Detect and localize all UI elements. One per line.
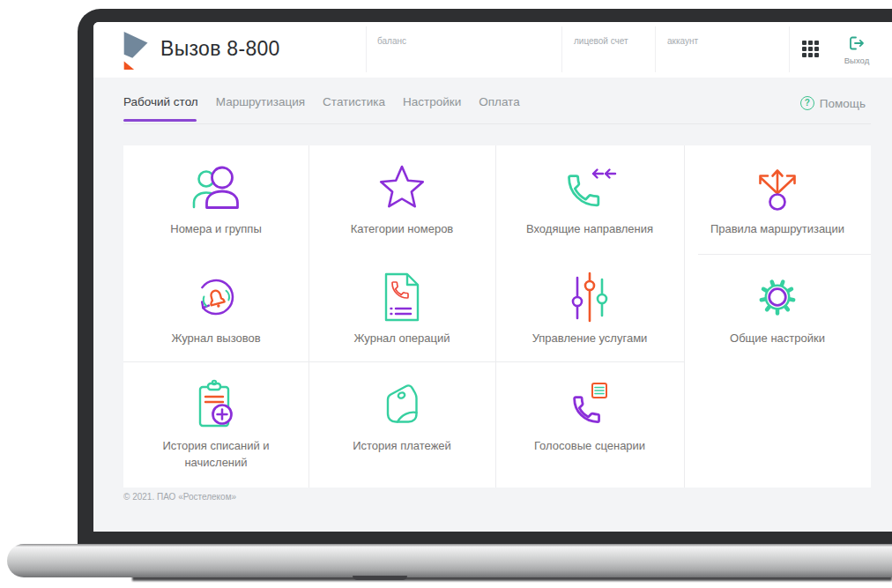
header-divider xyxy=(561,26,562,72)
gear-icon xyxy=(753,269,802,325)
tile-incoming-directions[interactable]: Входящие направления xyxy=(495,160,684,238)
tile-voice-scenarios[interactable]: Голосовые сценарии xyxy=(495,376,684,455)
tile-call-log[interactable]: Журнал вызовов xyxy=(123,269,308,347)
clipboard-plus-icon xyxy=(196,376,236,433)
call-log-bell-icon xyxy=(190,269,242,325)
tab-statistics[interactable]: Статистика xyxy=(323,95,385,108)
wallet-icon xyxy=(380,376,424,433)
help-link[interactable]: ? Помощь xyxy=(800,96,866,110)
tile-service-management[interactable]: Управление услугами xyxy=(495,269,684,347)
tile-operations-log[interactable]: Журнал операций xyxy=(308,269,495,347)
tile-payments-history[interactable]: История платежей xyxy=(308,376,495,455)
tile-numbers-groups[interactable]: Номера и группы xyxy=(123,160,308,238)
star-icon xyxy=(377,160,427,216)
account-label: аккаунт xyxy=(667,36,698,46)
sliders-icon xyxy=(569,269,611,325)
laptop-mockup: Вызов 8-800 баланс лицевой счет аккаунт … xyxy=(0,0,892,588)
routing-arrows-icon xyxy=(753,160,802,216)
tab-settings[interactable]: Настройки xyxy=(403,95,461,108)
grid-divider xyxy=(123,361,684,362)
rostelecom-logo-icon xyxy=(123,32,152,74)
header-divider xyxy=(655,26,656,72)
users-icon xyxy=(191,160,241,216)
tile-routing-rules[interactable]: Правила маршрутизации xyxy=(684,160,871,238)
page-title: Вызов 8-800 xyxy=(160,37,280,61)
app-window: Вызов 8-800 баланс лицевой счет аккаунт … xyxy=(93,22,892,532)
copyright-text: © 2021. ПАО «Ростелеком» xyxy=(123,492,236,502)
balance-label: баланс xyxy=(377,36,406,46)
tabs-separator xyxy=(123,123,871,124)
incoming-call-icon xyxy=(562,160,617,216)
logout-button[interactable]: Выход xyxy=(836,35,878,65)
header: Вызов 8-800 баланс лицевой счет аккаунт … xyxy=(93,22,892,78)
header-divider xyxy=(789,26,790,72)
help-label: Помощь xyxy=(820,97,866,110)
header-divider xyxy=(366,26,367,72)
apps-grid-icon[interactable] xyxy=(802,41,819,57)
dashboard-grid: Номера и группы Категории номеров xyxy=(123,145,871,488)
logout-icon xyxy=(848,39,866,54)
laptop-base xyxy=(7,544,892,577)
tile-general-settings[interactable]: Общие настройки xyxy=(684,269,871,347)
question-circle-icon: ? xyxy=(800,96,814,110)
personal-account-label: лицевой счет xyxy=(574,36,628,46)
tab-dashboard[interactable]: Рабочий стол xyxy=(123,95,198,108)
tile-charges-history[interactable]: История списаний и начислений xyxy=(123,376,308,472)
main-nav: Рабочий стол Маршрутизация Статистика На… xyxy=(123,95,520,108)
tile-number-categories[interactable]: Категории номеров xyxy=(308,160,495,238)
laptop-base-notch xyxy=(353,576,407,580)
tab-payment[interactable]: Оплата xyxy=(479,95,519,108)
grid-divider xyxy=(698,254,871,255)
operations-log-icon xyxy=(382,269,422,325)
logout-label: Выход xyxy=(836,56,878,65)
tab-routing[interactable]: Маршрутизация xyxy=(216,95,305,108)
voice-script-icon xyxy=(568,376,612,433)
